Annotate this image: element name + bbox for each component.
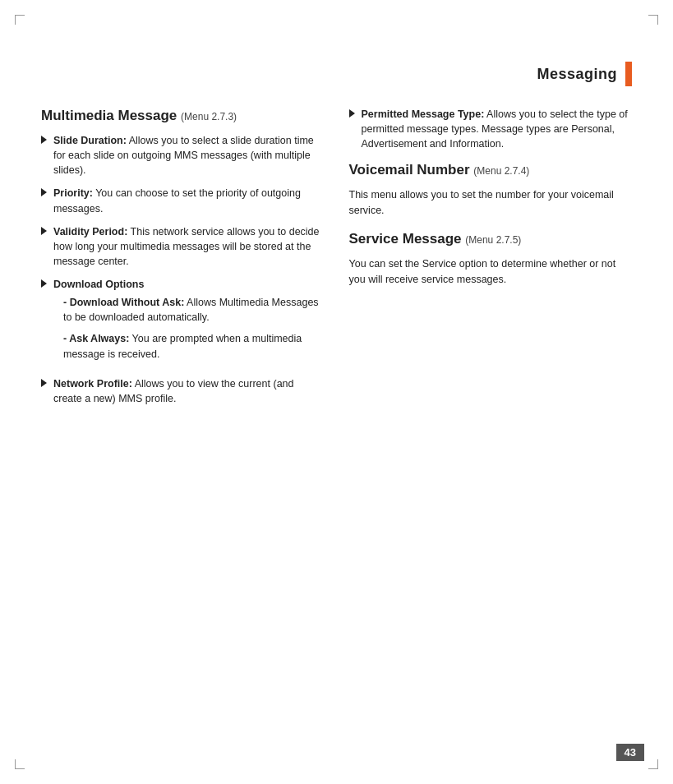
slide-duration-text: Slide Duration: Allows you to select a s…: [53, 133, 325, 178]
download-options-label: Download Options: [53, 279, 144, 290]
header-accent-bar: [625, 62, 632, 86]
list-item: Priority: You can choose to set the prio…: [41, 186, 325, 215]
network-profile-label: Network Profile:: [53, 378, 132, 390]
permitted-message-list: Permitted Message Type: Allows you to se…: [349, 107, 633, 151]
list-item: Network Profile: Allows you to view the …: [41, 376, 325, 406]
slide-duration-label: Slide Duration:: [53, 135, 127, 146]
page-header: Messaging: [0, 0, 673, 95]
service-message-title: Service Message: [349, 231, 462, 247]
voicemail-number-body: This menu allows you to set the number f…: [349, 187, 633, 219]
page-number-value: 43: [625, 746, 636, 759]
multimedia-message-heading: Multimedia Message (Menu 2.7.3): [41, 107, 325, 125]
service-message-heading: Service Message (Menu 2.7.5): [349, 230, 633, 248]
service-message-body: You can set the Service option to determ…: [349, 256, 633, 288]
multimedia-message-list: Slide Duration: Allows you to select a s…: [41, 133, 325, 406]
multimedia-message-menu-ref: (Menu 2.7.3): [181, 111, 237, 122]
permitted-message-label: Permitted Message Type:: [362, 108, 485, 120]
network-profile-text: Network Profile: Allows you to view the …: [53, 376, 325, 406]
voicemail-number-title: Voicemail Number: [349, 162, 470, 178]
voicemail-number-menu-ref: (Menu 2.7.4): [473, 165, 529, 177]
list-item: Permitted Message Type: Allows you to se…: [349, 107, 633, 151]
header-title-container: Messaging: [537, 62, 632, 86]
right-column: Permitted Message Type: Allows you to se…: [349, 107, 633, 718]
arrow-icon: [41, 379, 47, 387]
arrow-icon: [41, 188, 47, 196]
priority-label: Priority:: [53, 187, 93, 199]
sub-item: - Ask Always: You are prompted when a mu…: [63, 331, 325, 361]
main-content: Multimedia Message (Menu 2.7.3) Slide Du…: [41, 107, 632, 718]
list-item: Download Options - Download Without Ask:…: [41, 277, 325, 368]
multimedia-message-title: Multimedia Message: [41, 108, 177, 123]
arrow-icon: [349, 109, 355, 118]
corner-mark-br: [648, 759, 658, 769]
download-without-ask-label: - Download Without Ask:: [63, 297, 184, 308]
corner-mark-bl: [15, 759, 25, 769]
permitted-message-text: Permitted Message Type: Allows you to se…: [362, 107, 633, 151]
priority-text: Priority: You can choose to set the prio…: [53, 186, 325, 215]
list-item: Validity Period: This network service al…: [41, 224, 325, 269]
arrow-icon: [41, 279, 47, 288]
arrow-icon: [41, 136, 47, 144]
arrow-icon: [41, 227, 47, 235]
validity-period-label: Validity Period:: [53, 226, 127, 238]
page-number: 43: [616, 744, 644, 761]
left-column: Multimedia Message (Menu 2.7.3) Slide Du…: [41, 107, 325, 718]
page-title: Messaging: [537, 66, 617, 83]
validity-period-text: Validity Period: This network service al…: [53, 224, 325, 269]
download-options-sub-list: - Download Without Ask: Allows Multimedi…: [63, 295, 325, 362]
voicemail-number-heading: Voicemail Number (Menu 2.7.4): [349, 161, 633, 179]
download-options-text: Download Options - Download Without Ask:…: [53, 277, 325, 368]
ask-always-label: - Ask Always:: [63, 333, 129, 344]
sub-item: - Download Without Ask: Allows Multimedi…: [63, 295, 325, 325]
service-message-menu-ref: (Menu 2.7.5): [465, 234, 521, 246]
list-item: Slide Duration: Allows you to select a s…: [41, 133, 325, 178]
